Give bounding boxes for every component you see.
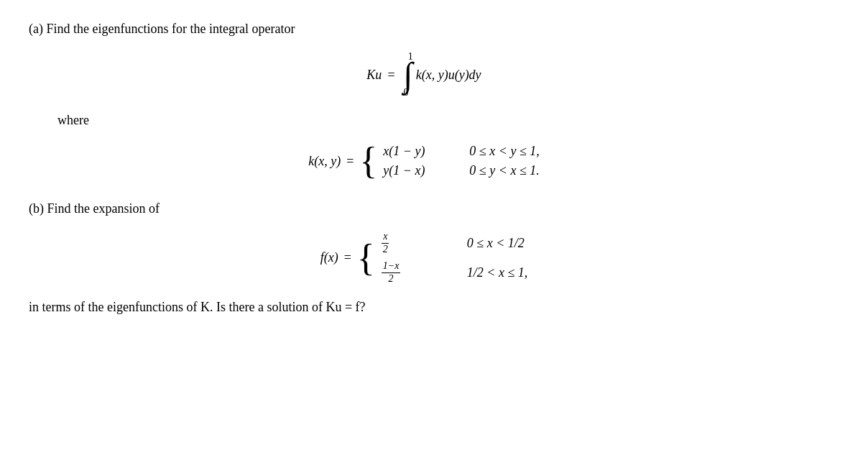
frac-1-num: x (382, 231, 389, 244)
kernel-definition: k(x, y) = { x(1 − y) 0 ≤ x < y ≤ 1, y(1 … (29, 142, 819, 180)
equals-sign-1: = (387, 68, 394, 83)
equals-sign-2: = (346, 154, 354, 169)
frac-2-den: 2 (387, 273, 395, 285)
function-case-1-expr: x 2 (381, 231, 445, 256)
left-brace-2: { (357, 239, 375, 277)
integral-lower-limit: 0 (404, 87, 409, 98)
part-b-title: (b) Find the expansion of (29, 201, 819, 216)
function-case-2-cond: 1/2 < x ≤ 1, (467, 265, 528, 280)
function-cases: x 2 0 ≤ x < 1/2 1−x 2 (381, 231, 528, 285)
frac-2-num: 1−x (382, 260, 401, 273)
kernel-case-1-expr: x(1 − y) (383, 144, 448, 159)
where-label: where (57, 113, 819, 128)
left-brace: { (359, 142, 377, 180)
kernel-cases: x(1 − y) 0 ≤ x < y ≤ 1, y(1 − x) 0 ≤ y <… (383, 144, 539, 178)
integral-equation: Ku = 1 ∫ 0 k(x, y)u(y)dy (29, 51, 819, 98)
equals-sign-3: = (344, 250, 351, 265)
integrand: k(x, y)u(y)dy (416, 68, 481, 83)
frac-1-den: 2 (382, 244, 389, 256)
integral-lhs: Ku (366, 68, 382, 83)
function-case-1: x 2 0 ≤ x < 1/2 (381, 231, 528, 256)
kernel-case-1-cond: 0 ≤ x < y ≤ 1, (469, 144, 539, 159)
fraction-2: 1−x 2 (382, 260, 401, 285)
function-case-2-expr: 1−x 2 (381, 260, 445, 285)
bottom-text: in terms of the eigenfunctions of K. Is … (29, 300, 819, 315)
kernel-case-2-cond: 0 ≤ y < x ≤ 1. (469, 163, 539, 178)
kernel-piecewise: { x(1 − y) 0 ≤ x < y ≤ 1, y(1 − x) 0 ≤ y… (359, 142, 539, 180)
kernel-case-1: x(1 − y) 0 ≤ x < y ≤ 1, (383, 144, 539, 159)
function-lhs: f(x) (320, 250, 338, 265)
integral-symbol: ∫ (404, 61, 413, 88)
kernel-lhs: k(x, y) (308, 154, 341, 169)
part-a-title: (a) Find the eigenfunctions for the inte… (29, 22, 819, 37)
part-a: (a) Find the eigenfunctions for the inte… (29, 22, 819, 180)
function-definition: f(x) = { x 2 0 ≤ x < 1/2 (29, 231, 819, 285)
function-piecewise: { x 2 0 ≤ x < 1/2 (357, 231, 528, 285)
fraction-1: x 2 (382, 231, 389, 256)
part-b: (b) Find the expansion of f(x) = { x 2 (29, 201, 819, 314)
kernel-case-2-expr: y(1 − x) (383, 163, 448, 178)
page-content: (a) Find the eigenfunctions for the inte… (29, 22, 819, 315)
integral-symbol-container: 1 ∫ 0 (404, 51, 413, 98)
kernel-case-2: y(1 − x) 0 ≤ y < x ≤ 1. (383, 163, 539, 178)
function-case-2: 1−x 2 1/2 < x ≤ 1, (381, 260, 528, 285)
function-case-1-cond: 0 ≤ x < 1/2 (467, 236, 525, 251)
